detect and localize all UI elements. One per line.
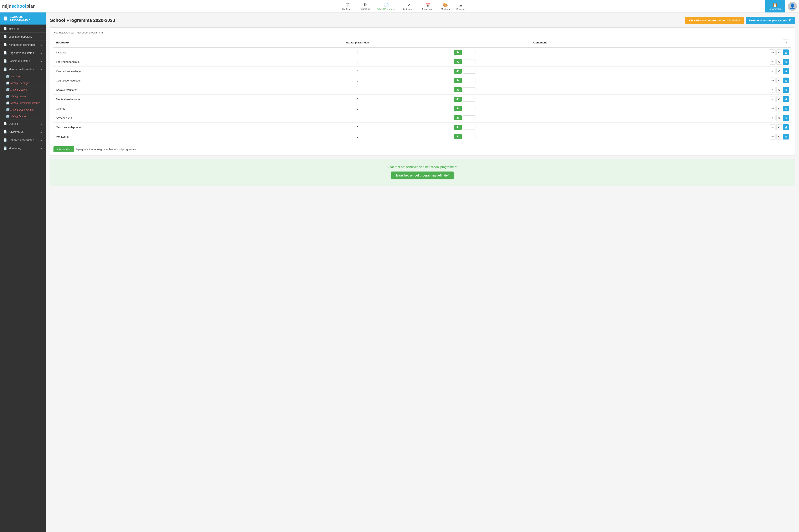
cell-opnemen: Ja [452, 57, 630, 66]
sidebar-subitem-sub-meting-ouders[interactable]: 🔄 Meting Ouders [0, 87, 46, 93]
sidebar-item-label: Kenmerken leerlingen [8, 43, 35, 46]
ja-button[interactable]: Ja [454, 59, 462, 64]
nav-item-bijlagen[interactable]: ☁Bijlagen [453, 1, 467, 12]
print-button[interactable]: 🖨 [783, 115, 789, 121]
ja-button[interactable]: Ja [454, 50, 462, 55]
nav-item-actiepunten[interactable]: ✔Actiepunten [400, 1, 418, 12]
sidebar-subitem-sub-meting-school[interactable]: 🔄 Meting School [0, 113, 46, 120]
settings-button[interactable]: ⚙ [776, 106, 782, 111]
settings-button[interactable]: ⚙ [776, 115, 782, 121]
print-button[interactable]: 🖨 [783, 96, 789, 102]
print-button[interactable]: 🖨 [783, 59, 789, 65]
sidebar-item-leerlingenpopulatie[interactable]: 📄 Leerlingenpopulatie ∨ [0, 33, 46, 41]
print-button[interactable]: 🖨 [783, 50, 789, 55]
edit-button[interactable]: ✏ [770, 124, 776, 130]
ja-button[interactable]: Ja [454, 115, 462, 120]
ja-input[interactable] [463, 78, 475, 83]
print-button[interactable]: 🖨 [783, 124, 789, 130]
ja-button[interactable]: Ja [454, 134, 462, 139]
avatar: 👤 [788, 2, 797, 11]
ja-input[interactable] [463, 134, 475, 139]
finalize-button[interactable]: Maak het school programma definitief [391, 172, 454, 179]
ja-input[interactable] [463, 106, 475, 111]
cell-actions: ✏ ⚙ 🖨 [629, 104, 791, 113]
ja-button[interactable]: Ja [454, 106, 462, 111]
sidebar-item-adviezen-vo[interactable]: 📄 Adviezen VO ∨ [0, 128, 46, 136]
table-gear-button[interactable]: ⚙ [783, 39, 789, 45]
sync-icon: 🔄 [6, 101, 9, 104]
settings-button[interactable]: ⚙ [776, 59, 782, 65]
edit-button[interactable]: ✏ [770, 50, 776, 55]
ja-input[interactable] [463, 115, 475, 120]
cell-actions: ✏ ⚙ 🖨 [629, 123, 791, 132]
sidebar-item-monitoring[interactable]: 📄 Monitoring ∨ [0, 144, 46, 152]
nav-items: 📋Werkladen👁Nulmeting📄School Programma✔Ac… [42, 1, 765, 12]
ja-button[interactable]: Ja [454, 69, 462, 74]
edit-button[interactable]: ✏ [770, 59, 776, 65]
print-button[interactable]: 🖨 [783, 87, 789, 93]
ja-input[interactable] [463, 125, 475, 130]
sidebar-item-sociale-resultaten[interactable]: 📄 Sociale resultaten ∨ [0, 57, 46, 65]
sidebar-item-cognitieve-resultaten[interactable]: 📄 Cognitieve resultaten ∨ [0, 49, 46, 57]
ja-input[interactable] [463, 97, 475, 102]
sidebar-item-overleg[interactable]: 📄 Overleg ∨ [0, 120, 46, 128]
edit-button[interactable]: ✏ [770, 134, 776, 139]
nav-item-jaarplannen[interactable]: 📅Jaarplannen [419, 1, 437, 12]
sync-icon: 🔄 [6, 75, 9, 78]
print-button[interactable]: 🖨 [783, 78, 789, 83]
settings-button[interactable]: ⚙ [776, 78, 782, 83]
ja-input[interactable] [463, 50, 475, 55]
sidebar-item-left: 📄 Leerlingenpopulatie [3, 35, 32, 38]
nav-item-schoolprogramma[interactable]: 📄School Programma [374, 1, 399, 12]
sync-icon: 🔄 [6, 95, 9, 98]
ja-input[interactable] [463, 69, 475, 74]
sidebar-item-label: Leerlingenpopulatie [8, 35, 32, 38]
documenten-label: Documenten [769, 8, 782, 10]
sidebar-subitem-sub-meting-medewerkers[interactable]: 🔄 Meting Medewerkers [0, 107, 46, 113]
sidebar-item-inleiding[interactable]: 📄 Inleiding ∨ [0, 24, 46, 33]
edit-button[interactable]: ✏ [770, 68, 776, 74]
nav-documenten[interactable]: 📋 Documenten [765, 0, 785, 13]
ja-button[interactable]: Ja [454, 97, 462, 102]
cell-aantal: 0 [264, 48, 452, 57]
addendum-button[interactable]: ✎ Addendum [53, 146, 74, 152]
edit-button[interactable]: ✏ [770, 115, 776, 121]
sync-icon: 🔄 [6, 81, 9, 84]
cell-opnemen: Ja [452, 95, 630, 104]
nav-item-werkladen[interactable]: 📋Werkladen [339, 1, 356, 12]
settings-button[interactable]: ⚙ [776, 124, 782, 130]
sidebar-item-left: 📄 Inleiding [3, 27, 19, 30]
cell-opnemen: Ja [452, 85, 630, 95]
checklist-button[interactable]: Checklist school programma 2020-2023 [685, 17, 744, 24]
cell-naam: Overleg [53, 104, 264, 113]
sidebar-item-kenmerken-leerlingen[interactable]: 📄 Kenmerken leerlingen ∨ [0, 41, 46, 49]
ja-input[interactable] [463, 87, 475, 92]
settings-button[interactable]: ⚙ [776, 134, 782, 139]
sidebar-subitem-sub-meting-executieve[interactable]: 🔄 Meting Executieve functies [0, 100, 46, 107]
settings-button[interactable]: ⚙ [776, 68, 782, 74]
download-button[interactable]: Download school programma ⚙ [746, 17, 795, 24]
edit-button[interactable]: ✏ [770, 96, 776, 102]
ja-button[interactable]: Ja [454, 87, 462, 92]
sidebar-subitem-sub-meting-leerlingen[interactable]: 🔄 Meting Leerlingen [0, 80, 46, 87]
edit-button[interactable]: ✏ [770, 106, 776, 111]
nav-item-monitors[interactable]: 🎨Monitors [438, 1, 453, 12]
settings-button[interactable]: ⚙ [776, 96, 782, 102]
print-button[interactable]: 🖨 [783, 68, 789, 74]
print-button[interactable]: 🖨 [783, 134, 789, 139]
edit-button[interactable]: ✏ [770, 78, 776, 83]
sidebar-item-mentaal-welbevinden[interactable]: 📄 Mentaal welbevinden ∨ [0, 65, 46, 73]
sidebar-subitem-sub-meting-leraren[interactable]: 🔄 Meting Leraren [0, 93, 46, 100]
nav-item-nulmeting[interactable]: 👁Nulmeting [357, 1, 373, 12]
settings-button[interactable]: ⚙ [776, 87, 782, 93]
ja-button[interactable]: Ja [454, 125, 462, 130]
cell-naam: Inleiding [53, 48, 264, 57]
sidebar-subitem-sub-inleiding[interactable]: 🔄 Inleiding [0, 73, 46, 80]
edit-button[interactable]: ✏ [770, 87, 776, 93]
ja-input[interactable] [463, 59, 475, 64]
sidebar-item-gekozen-actiepunten[interactable]: 📄 Gekozen actiepunten ∨ [0, 136, 46, 144]
ja-button[interactable]: Ja [454, 78, 462, 83]
settings-button[interactable]: ⚙ [776, 50, 782, 55]
page-header: School Programma 2020-2023 Checklist sch… [50, 17, 795, 24]
print-button[interactable]: 🖨 [783, 106, 789, 111]
